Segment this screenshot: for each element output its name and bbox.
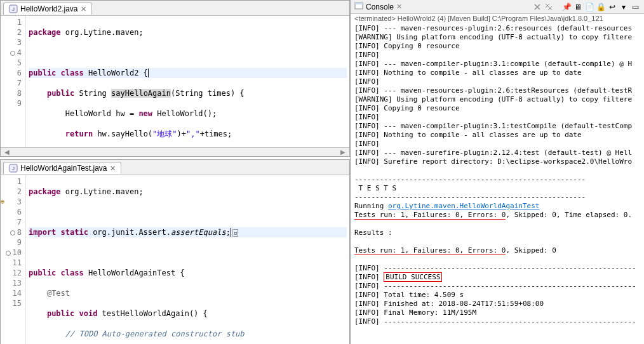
test-class-link[interactable]: org.Lytine.maven.HelloWorldAgainTest: [388, 202, 539, 210]
tab-bar-2: J HelloWorldAgainTest.java ✕: [1, 160, 349, 175]
gutter-2: 12 ⊕3 67 8 9 10 1112131415: [1, 175, 26, 344]
view-menu-icon[interactable]: ▾: [619, 2, 629, 12]
tab-bar-1: J HelloWorld2.java ✕: [1, 1, 349, 16]
close-icon[interactable]: ✕: [81, 5, 86, 13]
editor-pane-2: J HelloWorldAgainTest.java ✕ 12 ⊕3 67 8 …: [0, 159, 350, 344]
console-icon: [354, 1, 363, 12]
svg-text:J: J: [12, 166, 15, 171]
console-output[interactable]: [INFO] --- maven-resources-plugin:2.6:re…: [351, 23, 644, 344]
tab-label: HelloWorldAgainTest.java: [20, 164, 107, 173]
remove-launch-icon[interactable]: [532, 2, 542, 12]
gutter-1: 123 4 567 89: [1, 16, 26, 147]
code-area-1[interactable]: 123 4 567 89 package org.Lytine.maven; p…: [1, 16, 349, 147]
clear-icon[interactable]: 📄: [584, 2, 594, 12]
close-icon[interactable]: ✕: [396, 3, 402, 11]
scroll-lock-icon[interactable]: 🔒: [596, 2, 606, 12]
close-icon[interactable]: ✕: [110, 164, 116, 173]
hscroll-1[interactable]: ◀ ▶: [1, 147, 349, 156]
console-pane: Console ✕ 📌 🖥 📄 🔒 ↩ ▾ ▭ <terminated> Hel…: [351, 0, 644, 344]
java-file-icon: J: [9, 4, 18, 13]
svg-text:J: J: [12, 6, 15, 12]
remove-all-icon[interactable]: [544, 2, 554, 12]
console-title: Console: [366, 3, 394, 11]
console-subtitle: <terminated> HelloWrold2 (4) [Maven Buil…: [351, 14, 644, 23]
build-status: BUILD SUCCESS: [384, 272, 442, 282]
scroll-left-icon[interactable]: ◀: [3, 149, 11, 155]
wrap-icon[interactable]: ↩: [607, 2, 617, 12]
app-root: J HelloWorld2.java ✕ 123 4 567 89 packag…: [0, 0, 644, 344]
editor-pane-1: J HelloWorld2.java ✕ 123 4 567 89 packag…: [0, 0, 350, 157]
tab-label: HelloWorld2.java: [20, 4, 78, 13]
java-file-icon: J: [9, 164, 18, 173]
minimize-icon[interactable]: ▭: [630, 2, 640, 12]
tab-helloworldagaintest[interactable]: J HelloWorldAgainTest.java ✕: [3, 162, 121, 174]
console-toolbar: 📌 🖥 📄 🔒 ↩ ▾ ▭: [532, 2, 640, 12]
left-column: J HelloWorld2.java ✕ 123 4 567 89 packag…: [0, 0, 351, 344]
code-area-2[interactable]: 12 ⊕3 67 8 9 10 1112131415 package org.L…: [1, 175, 349, 344]
code-2[interactable]: package org.Lytine.maven; import static …: [26, 175, 349, 344]
svg-rect-5: [355, 3, 363, 4]
scroll-right-icon[interactable]: ▶: [339, 149, 347, 155]
display-icon[interactable]: 🖥: [573, 2, 583, 12]
tab-helloworld2[interactable]: J HelloWorld2.java ✕: [3, 3, 92, 15]
code-1[interactable]: package org.Lytine.maven; public class H…: [26, 16, 349, 147]
pin-icon[interactable]: 📌: [561, 2, 572, 12]
console-header: Console ✕ 📌 🖥 📄 🔒 ↩ ▾ ▭: [351, 0, 644, 14]
